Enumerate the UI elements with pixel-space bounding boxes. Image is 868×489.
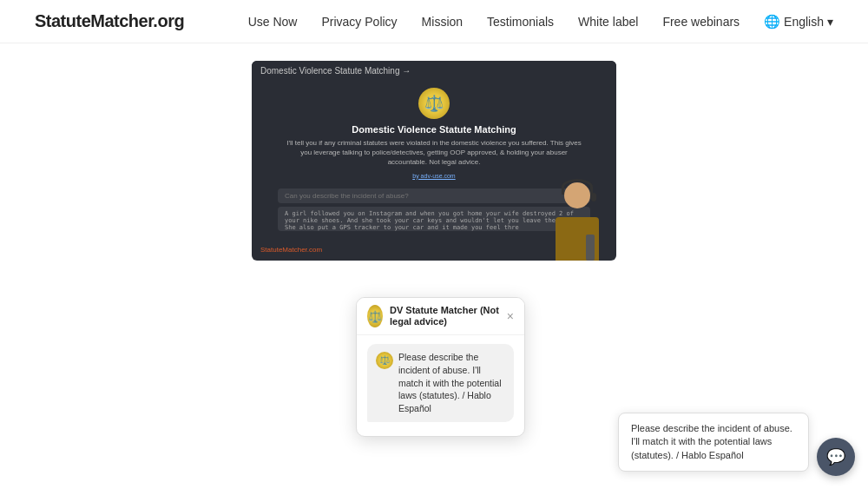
nav-free-webinars[interactable]: Free webinars [662,15,740,29]
video-title: Domestic Violence Statute Matching [352,124,516,135]
chat-avatar-emoji: ⚖️ [368,310,382,323]
chat-body: ⚖️ Please describe the incident of abuse… [357,335,524,435]
chat-close-button[interactable]: × [507,310,514,322]
header: StatuteMatcher.org Use Now Privacy Polic… [0,0,868,43]
globe-icon: 🌐 [764,14,780,30]
video-preview: Domestic Violence Statute Matching → ⚖️ … [252,61,616,261]
chat-message-icon: ⚖️ [376,352,393,369]
avatar-body [556,217,599,261]
avatar-headset-mic [591,193,596,202]
bottom-tooltip: Please describe the incident of abuse. I… [618,413,809,472]
avatar-tie [586,235,595,261]
chat-header-left: ⚖️ DV Statute Matcher (Not legal advice) [367,305,507,327]
video-watermark: StatuteMatcher.com [260,246,322,254]
chat-avatar: ⚖️ [367,305,383,327]
chat-bubble-icon: 💬 [826,447,845,466]
avatar-figure [542,174,612,261]
language-selector[interactable]: 🌐 English ▾ [764,14,833,30]
watermark-text: Statute [260,246,282,254]
main-content: Domestic Violence Statute Matching → ⚖️ … [0,43,868,261]
watermark-suffix: .com [307,246,322,254]
chat-message-text: Please describe the incident of abuse. I… [398,351,505,414]
video-link[interactable]: by adv-use.com [412,173,455,179]
avatar-head [564,182,590,208]
chat-message-bubble: ⚖️ Please describe the incident of abuse… [367,344,514,421]
fab-chat-button[interactable]: 💬 [817,438,855,476]
watermark-highlight: Matcher [282,246,306,254]
language-label: English [784,15,824,29]
nav-testimonials[interactable]: Testimonials [487,15,554,29]
video-topbar-title: Domestic Violence Statute Matching → [260,66,411,76]
video-desc: I'll tell you if any criminal statutes w… [252,138,616,168]
nav-white-label[interactable]: White label [578,15,638,29]
chat-header-title: DV Statute Matcher (Not legal advice) [390,305,507,327]
tooltip-text: Please describe the incident of abuse. I… [631,423,792,460]
nav-privacy-policy[interactable]: Privacy Policy [321,15,397,29]
video-topbar: Domestic Violence Statute Matching → [252,61,616,81]
nav-mission[interactable]: Mission [422,15,463,29]
logo: StatuteMatcher.org [35,11,184,31]
chat-widget: ⚖️ DV Statute Matcher (Not legal advice)… [356,297,525,437]
scales-emoji: ⚖️ [424,94,444,113]
scales-icon: ⚖️ [418,88,450,119]
chat-header: ⚖️ DV Statute Matcher (Not legal advice)… [357,298,524,335]
chevron-down-icon: ▾ [827,15,833,29]
chat-message-emoji: ⚖️ [379,354,390,367]
nav: Use Now Privacy Policy Mission Testimoni… [248,14,833,30]
nav-use-now[interactable]: Use Now [248,15,298,29]
